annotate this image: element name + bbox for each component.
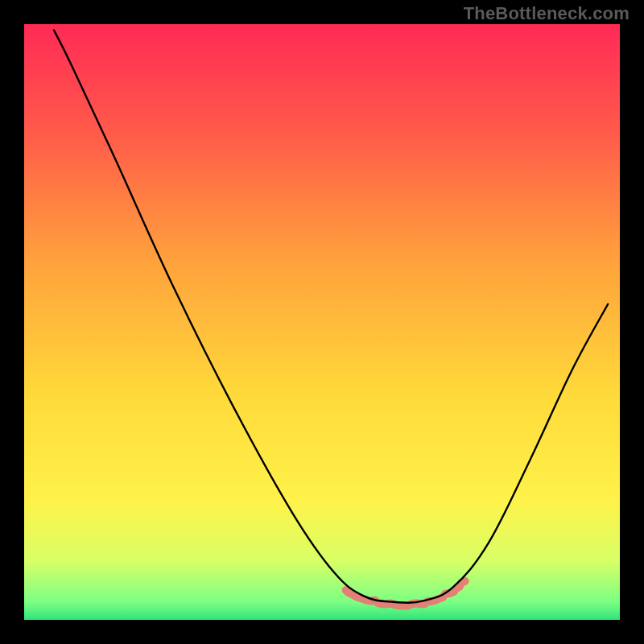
chart-stage: TheBottleneck.com xyxy=(0,0,644,644)
chart-plot-bg xyxy=(24,24,620,620)
bottleneck-chart xyxy=(0,0,644,644)
watermark-text: TheBottleneck.com xyxy=(464,3,630,24)
